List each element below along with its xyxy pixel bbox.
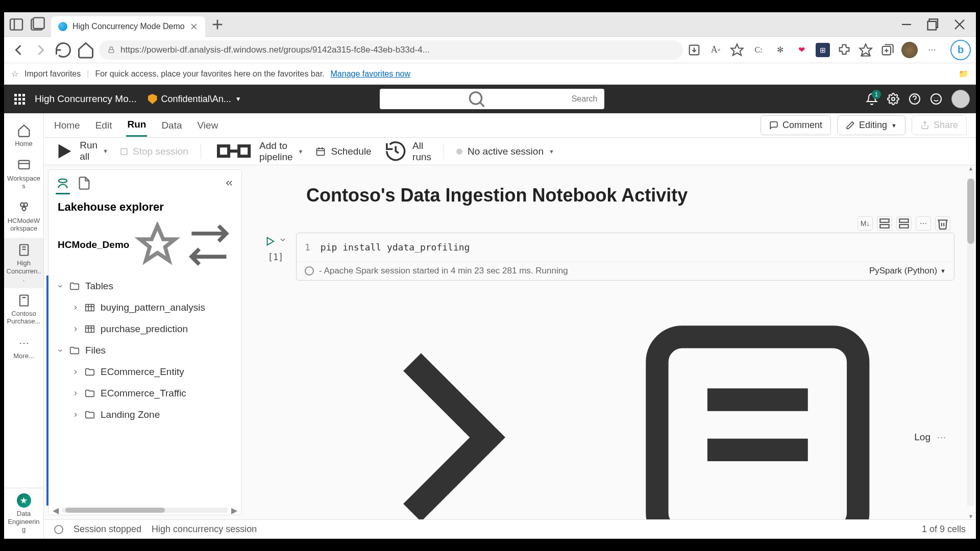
home-button[interactable] (77, 41, 95, 59)
manage-favorites-link[interactable]: Manage favorites now (331, 69, 411, 79)
cell-gutter-chevron[interactable] (279, 236, 287, 244)
tab-data[interactable]: Data (160, 115, 183, 136)
share-icon (920, 120, 929, 131)
rail-persona[interactable]: Data Engineering (4, 488, 43, 539)
back-button[interactable] (9, 41, 28, 59)
vertical-scrollbar[interactable]: ▲ ▼ (967, 165, 975, 519)
collections-icon[interactable] (880, 43, 894, 57)
explorer-tab-resources[interactable] (77, 176, 91, 190)
settings-icon[interactable] (887, 93, 899, 105)
lakehouse-name[interactable]: HCMode_Demo (48, 219, 241, 276)
user-avatar[interactable] (951, 90, 970, 108)
editing-mode-button[interactable]: Editing▼ (837, 115, 905, 135)
sensitivity-label[interactable]: Confidential\An... ▼ (143, 94, 247, 105)
insert-below-icon[interactable] (877, 216, 892, 231)
new-tab-button[interactable] (209, 16, 226, 33)
explorer-title: Lakehouse explorer (48, 193, 241, 219)
chevron-right-icon (72, 368, 79, 375)
more-cell-actions-icon[interactable]: ⋯ (916, 216, 931, 231)
svg-rect-3 (33, 17, 44, 28)
feedback-icon[interactable] (930, 93, 942, 105)
extensions-icon[interactable] (837, 43, 851, 57)
app-install-icon[interactable] (687, 43, 701, 57)
minimize-button[interactable] (894, 15, 919, 34)
notifications-icon[interactable]: 1 (866, 93, 878, 105)
ext-icon-1[interactable]: C: (751, 43, 766, 57)
comment-button[interactable]: Comment (761, 115, 831, 135)
stop-session-button[interactable]: Stop session (120, 146, 188, 157)
profile-avatar[interactable] (901, 42, 918, 58)
svg-rect-30 (18, 160, 29, 168)
switch-icon[interactable] (186, 222, 232, 268)
tree-table-item[interactable]: buying_pattern_analysis (53, 297, 237, 318)
browser-tab[interactable]: High Concurrency Mode Demo (51, 16, 205, 37)
tree-file-item[interactable]: ECommerce_Traffic (53, 383, 237, 404)
app-launcher-icon[interactable] (10, 90, 29, 108)
rail-workspace-hcmode[interactable]: HCModeWorkspace (4, 195, 43, 238)
tree-tables[interactable]: Tables (53, 276, 237, 297)
rail-more[interactable]: ⋯More... (4, 331, 43, 365)
delete-cell-icon[interactable] (935, 216, 950, 231)
maximize-button[interactable] (921, 15, 945, 34)
explorer-tab-lakehouse[interactable] (56, 176, 70, 190)
url-input[interactable]: https://powerbi-df.analysis-df.windows.n… (99, 40, 683, 60)
other-favorites-icon[interactable]: 📁 (959, 69, 969, 79)
tree-file-item[interactable]: ECommerce_Entity (53, 361, 237, 383)
language-selector[interactable]: PySpark (Python)▼ (869, 266, 946, 276)
tab-home[interactable]: Home (53, 115, 81, 136)
close-window-button[interactable] (947, 15, 972, 34)
pin-icon[interactable] (134, 222, 181, 268)
persona-icon (17, 493, 31, 508)
log-section[interactable]: Log ⋯ (291, 281, 954, 519)
tree-file-item[interactable]: Landing Zone (53, 404, 237, 425)
import-favorites-link[interactable]: Import favorites (24, 69, 81, 79)
sidebar-toggle-icon[interactable] (8, 16, 24, 33)
calendar-icon (315, 146, 326, 157)
tab-title: High Concurrency Mode Demo (72, 22, 185, 31)
session-status[interactable]: No active session▼ (456, 146, 554, 157)
more-icon[interactable]: ⋯ (925, 43, 939, 57)
explorer-hscroll[interactable]: ◀▶ (48, 506, 241, 515)
run-all-button[interactable]: Run all▼ (53, 139, 108, 163)
cell-counter: 1 of 9 cells (922, 524, 966, 535)
tree-table-item[interactable]: purchase_prediction (53, 318, 237, 340)
forward-button[interactable] (32, 41, 50, 59)
notebook-name[interactable]: High Concurrency Mo... (35, 93, 137, 105)
favorite-star-icon[interactable] (730, 43, 744, 57)
tab-actions-icon[interactable] (29, 16, 45, 33)
insert-above-icon[interactable] (896, 216, 912, 231)
svg-rect-42 (218, 146, 229, 156)
svg-rect-65 (657, 337, 858, 519)
search-input[interactable]: Search (380, 89, 604, 109)
close-tab-icon[interactable] (190, 22, 198, 31)
rail-notebook-current[interactable]: High Concurren... (4, 238, 43, 288)
convert-markdown-icon[interactable]: M↓ (857, 216, 873, 231)
tab-run[interactable]: Run (126, 114, 147, 137)
refresh-button[interactable] (54, 41, 72, 59)
rail-home[interactable]: Home (4, 118, 43, 153)
left-nav-rail: Home Workspaces HCModeWorkspace High Con… (4, 113, 44, 539)
collapse-explorer-icon[interactable] (224, 178, 234, 188)
cell-body[interactable]: 1 pip install ydata_profiling - Apache S… (296, 233, 954, 281)
tree-files[interactable]: Files (53, 340, 237, 361)
all-runs-button[interactable]: All runs (384, 139, 431, 163)
bing-chat-button[interactable]: b (950, 40, 971, 60)
favorites-bar-icon[interactable] (859, 43, 873, 57)
code-editor[interactable]: pip install ydata_profiling (321, 240, 470, 254)
ext-icon-3[interactable]: ❤ (794, 43, 808, 57)
read-aloud-icon[interactable]: A» (708, 43, 723, 57)
help-icon[interactable] (909, 93, 921, 105)
rail-workspaces[interactable]: Workspaces (4, 153, 43, 195)
ext-icon-2[interactable]: ✻ (773, 43, 787, 57)
rail-notebook-contoso[interactable]: Contoso Purchase... (4, 288, 43, 331)
run-cell-button[interactable] (264, 236, 276, 247)
lakehouse-icon (56, 176, 70, 190)
tab-edit[interactable]: Edit (94, 115, 113, 136)
table-icon (84, 302, 95, 313)
share-button[interactable]: Share (912, 115, 967, 135)
ext-icon-4[interactable]: ⊞ (816, 43, 830, 57)
svg-marker-64 (267, 238, 274, 245)
schedule-button[interactable]: Schedule (315, 146, 371, 157)
chevron-right-icon (72, 411, 79, 418)
log-more-icon[interactable]: ⋯ (937, 432, 946, 443)
